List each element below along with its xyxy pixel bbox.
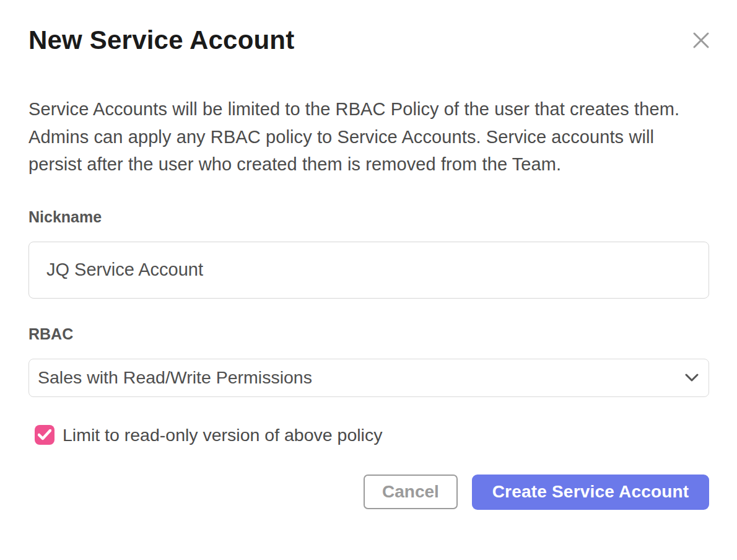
close-icon bbox=[692, 32, 710, 49]
rbac-select[interactable]: Sales with Read/Write Permissions bbox=[28, 359, 709, 397]
rbac-label: RBAC bbox=[28, 325, 709, 343]
modal-footer: Cancel Create Service Account bbox=[28, 475, 709, 510]
cancel-button[interactable]: Cancel bbox=[364, 475, 458, 509]
modal-description: Service Accounts will be limited to the … bbox=[28, 95, 712, 178]
new-service-account-modal: New Service Account Service Accounts wil… bbox=[0, 0, 737, 560]
readonly-checkbox[interactable] bbox=[35, 425, 55, 445]
create-service-account-button[interactable]: Create Service Account bbox=[472, 475, 709, 510]
nickname-label: Nickname bbox=[28, 208, 709, 226]
chevron-down-icon bbox=[685, 374, 699, 382]
modal-title: New Service Account bbox=[28, 26, 709, 55]
rbac-selected-value: Sales with Read/Write Permissions bbox=[38, 367, 312, 388]
close-button[interactable] bbox=[691, 30, 712, 51]
readonly-checkbox-row[interactable]: Limit to read-only version of above poli… bbox=[35, 425, 709, 445]
nickname-input[interactable] bbox=[28, 242, 709, 299]
readonly-checkbox-label: Limit to read-only version of above poli… bbox=[63, 425, 382, 445]
checkmark-icon bbox=[38, 429, 51, 440]
